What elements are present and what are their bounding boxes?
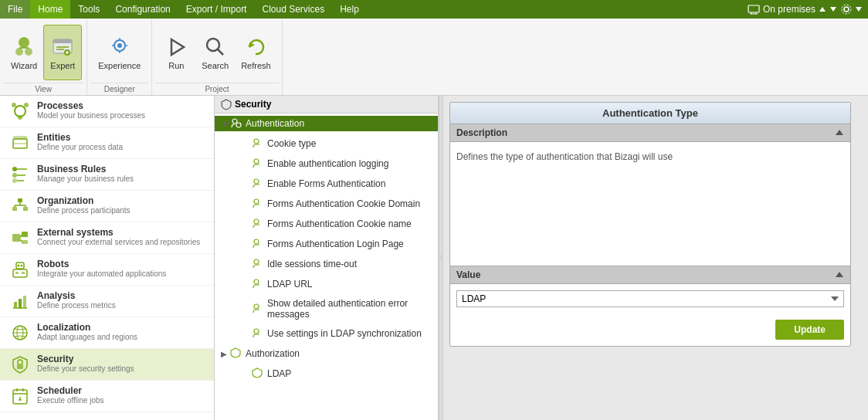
svg-point-32 (12, 103, 16, 107)
tree-node-cookie-type[interactable]: Cookie type (236, 134, 438, 154)
ribbon-wizard[interactable]: Wizard (5, 25, 43, 80)
user-item-icon-1 (252, 137, 264, 150)
sidebar-item-scheduler[interactable]: Scheduler Execute offline jobs (0, 381, 214, 412)
organization-icon (9, 195, 31, 217)
svg-point-82 (254, 179, 259, 184)
svg-point-83 (254, 199, 259, 204)
user-item-icon-5 (252, 218, 264, 230)
svg-rect-46 (23, 207, 28, 211)
sidebar-item-entities[interactable]: Entities Define your process data (0, 127, 214, 159)
menu-export-import[interactable]: Export / Import (178, 0, 255, 19)
sidebar-item-robots[interactable]: Robots Integrate your automated applicat… (0, 254, 214, 286)
tree-node-show-detailed-errors[interactable]: Show detailed authentication error messa… (236, 294, 438, 323)
svg-point-88 (254, 304, 259, 309)
authentication-children: Cookie type Enable authentication loggin… (215, 134, 438, 344)
svg-point-87 (254, 279, 259, 284)
svg-point-86 (254, 259, 259, 264)
user-key-icon (230, 117, 242, 130)
processes-text: Processes Model your business processes (37, 100, 145, 120)
ribbon-refresh[interactable]: Refresh (235, 25, 277, 80)
sidebar-item-business-rules[interactable]: Business Rules Manage your business rule… (0, 159, 214, 191)
description-section-header: Description (450, 124, 850, 142)
svg-point-77 (232, 119, 237, 124)
user-item-icon-7 (252, 258, 264, 270)
chevron-down-icon[interactable] (856, 5, 862, 13)
menu-cloud-services[interactable]: Cloud Services (254, 0, 332, 19)
tree-node-enable-forms-auth[interactable]: Enable Forms Authentication (236, 174, 438, 194)
svg-rect-45 (12, 207, 17, 211)
gear-icon[interactable] (840, 3, 853, 15)
svg-rect-53 (22, 240, 28, 244)
wizard-icon (12, 35, 36, 59)
show-detailed-errors-label: Show detailed authentication error messa… (267, 298, 432, 320)
scheduler-text: Scheduler Execute offline jobs (37, 385, 104, 405)
ribbon-experience[interactable]: Experience (92, 25, 147, 80)
sidebar-item-analysis[interactable]: Analysis Define process metrics (0, 286, 214, 317)
ribbon: Wizard Expert View Experience Designer (0, 19, 868, 96)
menu-bar-right: On premises (748, 3, 868, 15)
analysis-icon (9, 290, 31, 312)
svg-marker-8 (856, 7, 862, 12)
designer-group-label: Designer (90, 83, 148, 95)
tree-node-authorization[interactable]: ▶ Authorization (215, 344, 438, 364)
svg-point-85 (254, 239, 259, 244)
svg-point-58 (21, 265, 23, 267)
sidebar-item-security[interactable]: Security Define your security settings (0, 349, 214, 381)
svg-marker-91 (836, 272, 843, 277)
description-text: Defines the type of authentication that … (456, 148, 844, 165)
sidebar-item-processes[interactable]: Processes Model your business processes (0, 96, 214, 127)
security-icon (9, 354, 31, 375)
robots-text: Robots Integrate your automated applicat… (37, 259, 166, 278)
tree-node-forms-cookie-name[interactable]: Forms Authentication Cookie name (236, 214, 438, 234)
analysis-text: Analysis Define process metrics (37, 290, 116, 310)
menu-help[interactable]: Help (332, 0, 367, 19)
svg-point-7 (842, 5, 851, 14)
svg-point-80 (254, 139, 259, 144)
ribbon-group-project: Run Search Refresh Project (152, 19, 282, 95)
tree-root-label: Security (235, 99, 271, 110)
view-group-label: View (3, 83, 83, 95)
tree-node-ldap[interactable]: LDAP (236, 364, 438, 384)
ribbon-expert[interactable]: Expert (43, 25, 82, 80)
spacer-area (450, 173, 850, 266)
sidebar-item-organization[interactable]: Organization Define process participants (0, 191, 214, 222)
description-header-label: Description (456, 127, 507, 138)
collapse-description-icon[interactable] (835, 128, 844, 137)
svg-point-10 (15, 48, 23, 56)
search-icon (203, 35, 228, 59)
user-item-icon-8 (252, 278, 264, 290)
menu-file[interactable]: File (0, 0, 30, 19)
ribbon-search[interactable]: Search (195, 25, 235, 80)
svg-point-57 (18, 265, 20, 267)
expand-authorization[interactable]: ▶ (221, 350, 230, 358)
tree-node-forms-cookie-domain[interactable]: Forms Authentication Cookie Domain (236, 194, 438, 214)
expand-authentication[interactable]: ▼ (221, 120, 230, 128)
authentication-node-content[interactable]: ▼ Authentication (215, 116, 438, 131)
tree-node-forms-login-page[interactable]: Forms Authentication Login Page (236, 234, 438, 254)
forms-login-page-label: Forms Authentication Login Page (267, 239, 404, 249)
tree-node-ldap-url[interactable]: LDAP URL (236, 274, 438, 294)
collapse-value-icon[interactable] (835, 270, 844, 279)
tree-node-enable-auth-logging[interactable]: Enable authentication logging (236, 154, 438, 174)
business-rules-icon (9, 164, 31, 185)
ribbon-run[interactable]: Run (157, 25, 195, 80)
menu-configuration[interactable]: Configuration (107, 0, 178, 19)
value-select[interactable]: LDAPFormsWindowsNone (456, 290, 844, 307)
menu-home[interactable]: Home (30, 0, 70, 19)
svg-marker-27 (171, 39, 184, 55)
update-button[interactable]: Update (775, 320, 844, 340)
tree-node-idle-sessions[interactable]: Idle sessions time-out (236, 254, 438, 274)
scheduler-icon (9, 385, 31, 407)
sidebar-item-localization[interactable]: Localization Adapt languages and regions (0, 317, 214, 349)
menu-tools[interactable]: Tools (70, 0, 107, 19)
business-rules-text: Business Rules Manage your business rule… (37, 164, 134, 183)
svg-line-79 (240, 123, 241, 124)
svg-line-54 (20, 235, 22, 238)
run-label: Run (168, 61, 184, 70)
tree-node-use-ldap-sync[interactable]: Use settings in LDAP synchronization (236, 323, 438, 344)
sidebar-item-external-systems[interactable]: External systems Connect your external s… (0, 222, 214, 254)
svg-marker-5 (830, 7, 836, 12)
main-layout: Processes Model your business processes … (0, 96, 868, 420)
tree-node-authentication[interactable]: ▼ Authentication (215, 113, 438, 134)
ribbon-group-designer: Experience Designer (87, 19, 152, 95)
